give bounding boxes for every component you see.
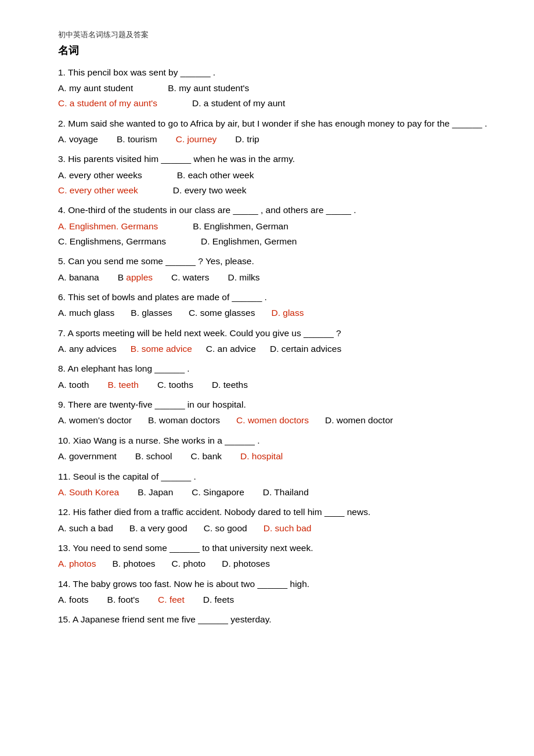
option: A. my aunt student: [58, 81, 133, 96]
question-text-8: 8. An elephant has long ______ .: [58, 361, 488, 376]
question-14: 14. The baby grows too fast. Now he is a…: [58, 577, 488, 608]
option: B. foot's: [107, 592, 140, 607]
question-2: 2. Mum said she wanted to go to Africa b…: [58, 116, 488, 147]
option: C. Englishmens, Gerrmans: [58, 234, 166, 249]
option: D. photoses: [222, 556, 270, 571]
option: B. my aunt student's: [168, 81, 249, 96]
option: C. waters: [171, 270, 209, 285]
option: B apples: [118, 270, 153, 285]
option: B. Japan: [138, 485, 173, 500]
option: A. foots: [58, 592, 89, 607]
option: D. a student of my aunt: [192, 96, 285, 111]
subtitle: 初中英语名词练习题及答案: [58, 29, 488, 41]
option: D. milks: [228, 270, 260, 285]
option: A. women's doctor: [58, 413, 132, 428]
option: B. photoes: [113, 556, 156, 571]
option: A. any advices: [58, 341, 117, 357]
option: B. woman doctors: [148, 413, 220, 428]
option: D. women doctor: [325, 413, 393, 428]
option: C. tooths: [157, 377, 193, 393]
option: D. certain advices: [270, 341, 341, 357]
question-text-15: 15. A Japanese friend sent me five _____…: [58, 612, 488, 627]
option: B. a very good: [129, 521, 187, 536]
question-text-7: 7. A sports meeting will be held next we…: [58, 326, 488, 341]
options-1: A. my aunt studentB. my aunt student'sC.…: [58, 81, 488, 111]
question-text-14: 14. The baby grows too fast. Now he is a…: [58, 577, 488, 592]
option: C. a student of my aunt's: [58, 96, 157, 111]
option: D. Thailand: [263, 485, 309, 500]
question-text-13: 13. You need to send some ______ to that…: [58, 541, 488, 556]
question-7: 7. A sports meeting will be held next we…: [58, 326, 488, 357]
title: 名词: [58, 42, 488, 59]
question-text-2: 2. Mum said she wanted to go to Africa b…: [58, 116, 488, 131]
option: A. much glass: [58, 305, 114, 321]
question-text-1: 1. This pencil box was sent by ______ .: [58, 65, 488, 80]
option: A. such a bad: [58, 521, 113, 536]
options-13: A. photosB. photoesC. photoD. photoses: [58, 556, 488, 571]
option: B. school: [135, 449, 172, 464]
option: A. banana: [58, 270, 99, 285]
question-13: 13. You need to send some ______ to that…: [58, 541, 488, 572]
options-5: A. bananaB applesC. watersD. milks: [58, 270, 488, 285]
options-6: A. much glassB. glassesC. some glassesD.…: [58, 305, 488, 321]
option: C. feet: [158, 592, 185, 607]
question-15: 15. A Japanese friend sent me five _____…: [58, 612, 488, 627]
question-text-4: 4. One-third of the students in our clas…: [58, 203, 488, 218]
question-6: 6. This set of bowls and plates are made…: [58, 290, 488, 321]
option: D. feets: [203, 592, 234, 607]
option: A. voyage: [58, 132, 98, 147]
question-text-11: 11. Seoul is the capital of ______ .: [58, 469, 488, 484]
option: B. each other week: [177, 168, 254, 183]
question-9: 9. There are twenty-five ______ in our h…: [58, 397, 488, 429]
option: C. some glasses: [189, 305, 255, 321]
options-3: A. every other weeksB. each other weekC.…: [58, 168, 488, 199]
question-4: 4. One-third of the students in our clas…: [58, 203, 488, 249]
option: D. hospital: [240, 449, 283, 464]
option: B. tourism: [117, 132, 157, 147]
option: B. teeth: [107, 377, 138, 393]
question-3: 3. His parents visited him ______ when h…: [58, 152, 488, 198]
option: A. photos: [58, 556, 96, 571]
option: D. trip: [235, 132, 259, 147]
question-12: 12. His father died from a traffic accid…: [58, 505, 488, 536]
question-text-10: 10. Xiao Wang is a nurse. She works in a…: [58, 433, 488, 448]
option: C. women doctors: [236, 413, 309, 428]
options-8: A. toothB. teethC. toothsD. teeths: [58, 377, 488, 393]
question-5: 5. Can you send me some ______ ? Yes, pl…: [58, 254, 488, 285]
option: D. every two week: [173, 183, 247, 198]
options-9: A. women's doctorB. woman doctorsC. wome…: [58, 413, 488, 428]
options-2: A. voyageB. tourismC. journeyD. trip: [58, 132, 488, 147]
options-12: A. such a badB. a very goodC. so goodD. …: [58, 521, 488, 536]
options-10: A. governmentB. schoolC. bankD. hospital: [58, 449, 488, 464]
question-10: 10. Xiao Wang is a nurse. She works in a…: [58, 433, 488, 465]
option: D. Englishmen, Germen: [201, 234, 297, 249]
option: C. an advice: [206, 341, 256, 357]
option: C. every other week: [58, 183, 138, 198]
question-text-12: 12. His father died from a traffic accid…: [58, 505, 488, 520]
options-14: A. footsB. foot'sC. feetD. feets: [58, 592, 488, 607]
option: D. teeths: [212, 377, 248, 393]
option: B. some advice: [131, 341, 192, 357]
options-11: A. South KoreaB. JapanC. SingaporeD. Tha…: [58, 485, 488, 500]
option: C. Singapore: [192, 485, 244, 500]
question-text-5: 5. Can you send me some ______ ? Yes, pl…: [58, 254, 488, 269]
option: B. glasses: [131, 305, 172, 321]
question-1: 1. This pencil box was sent by ______ .A…: [58, 65, 488, 111]
option: B. Englishmen, German: [193, 219, 288, 234]
option: C. bank: [191, 449, 222, 464]
question-8: 8. An elephant has long ______ .A. tooth…: [58, 361, 488, 393]
option: C. journey: [176, 132, 217, 147]
question-11: 11. Seoul is the capital of ______ .A. S…: [58, 469, 488, 501]
options-7: A. any advicesB. some adviceC. an advice…: [58, 341, 488, 357]
option: A. government: [58, 449, 117, 464]
option: D. such bad: [264, 521, 312, 536]
option: A. Englishmen. Germans: [58, 219, 158, 234]
options-4: A. Englishmen. GermansB. Englishmen, Ger…: [58, 219, 488, 250]
option: D. glass: [271, 305, 304, 321]
option: A. every other weeks: [58, 168, 142, 183]
option: C. photo: [172, 556, 206, 571]
option: A. South Korea: [58, 485, 119, 500]
question-text-6: 6. This set of bowls and plates are made…: [58, 290, 488, 305]
option: A. tooth: [58, 377, 89, 393]
option: C. so good: [204, 521, 247, 536]
